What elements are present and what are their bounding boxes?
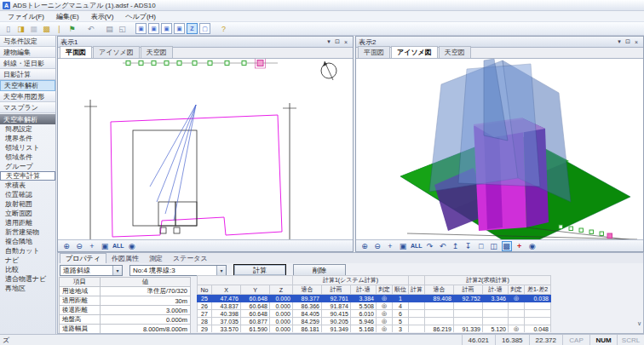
property-row[interactable]: 適用距離30m [60, 296, 191, 306]
zoom-fit-icon[interactable]: ▣ [100, 241, 110, 251]
print-icon[interactable]: ▤ [104, 23, 115, 34]
rotate-down-icon[interactable]: ↧ [463, 241, 474, 251]
sidebar-item-2[interactable]: 領域リスト [0, 143, 55, 152]
sidebar-mode-5[interactable]: 天空率用図形 [0, 91, 55, 102]
save-all-icon[interactable]: ▩ [41, 23, 52, 34]
pan-icon[interactable]: + [87, 241, 97, 251]
sidebar-item-4[interactable]: グループ [0, 162, 55, 171]
sidebar-item-11[interactable]: 新営建築物 [0, 227, 55, 237]
view2-tab-2[interactable]: 天空図 [439, 46, 471, 58]
view1-tab-2[interactable]: 天空図 [141, 46, 173, 58]
view2-canvas[interactable] [356, 59, 643, 239]
calc-row[interactable]: 2933.57061.5900.00086.18191.3495.168◎386… [198, 325, 551, 333]
pan-icon[interactable]: + [385, 241, 395, 251]
sidebar-item-16[interactable]: 適合物選ナビ [0, 274, 55, 284]
calc-row[interactable]: 2643.83760.6480.00086.36691.8745.508◎4 [198, 302, 551, 310]
view-extra-icon[interactable]: ▢ [199, 23, 210, 34]
calc-row[interactable]: 2837.03560.8770.00084.25990.2055.946◎5 [198, 318, 551, 325]
chevron-down-icon[interactable]: ▾ [112, 266, 122, 275]
view2-pin-icon[interactable]: ⊡ [624, 38, 632, 45]
sidebar-item-7[interactable]: 位置確認 [0, 190, 55, 199]
eye-view-icon[interactable]: ◉ [527, 241, 538, 251]
wireframe-view-icon[interactable]: □ [476, 241, 486, 251]
view1-menu-down-icon[interactable]: ▾ [325, 38, 333, 45]
property-row[interactable]: 道路幅員8.000m/8.000m [60, 325, 191, 334]
new-file-icon[interactable]: ▯ [3, 23, 14, 34]
info-icon[interactable]: ❘ [54, 23, 65, 34]
view-z-icon[interactable]: Z [187, 23, 198, 34]
sidebar-item-15[interactable]: 比較 [0, 265, 55, 274]
sidebar-mode-2[interactable]: 斜線・逆日影 [0, 58, 55, 69]
viewpoint-icon[interactable]: ◉ [127, 241, 137, 251]
menu-item-3[interactable]: ヘルプ(H) [119, 11, 162, 21]
view1-canvas[interactable] [58, 59, 353, 239]
view-iso-icon[interactable]: ▣ [161, 23, 172, 34]
property-row[interactable]: 用途地域準住居/70/320 [60, 287, 191, 296]
move-model-icon[interactable]: + [515, 241, 525, 251]
sidebar-item-8[interactable]: 放射範囲 [0, 199, 55, 209]
zoom-in-icon[interactable]: ⊕ [61, 241, 72, 251]
zoom-in-icon[interactable]: ⊕ [359, 241, 370, 251]
sidebar-item-12[interactable]: 複合隣地 [0, 237, 55, 246]
sidebar-item-10[interactable]: 適用距離 [0, 218, 55, 227]
scroll-down-icon[interactable]: ∨ [637, 320, 641, 327]
sidebar-mode-3[interactable]: 日影計算 [0, 69, 55, 80]
delete-button[interactable]: 削除 [293, 264, 346, 276]
chevron-down-icon[interactable]: ▾ [216, 266, 226, 275]
view2-tab-0[interactable]: 平面図 [358, 46, 390, 58]
menu-item-1[interactable]: 編集(E) [50, 11, 85, 21]
sidebar-item-14[interactable]: ナビ [0, 256, 55, 265]
sidebar-item-6[interactable]: 求積表 [0, 181, 55, 190]
help-icon[interactable]: ? [218, 23, 229, 34]
property-tab-0[interactable]: プロパティ [60, 253, 106, 263]
save-icon[interactable]: ▦ [28, 23, 39, 34]
sidebar-item-5[interactable]: 天空率計算 [0, 171, 55, 181]
shaded-view-icon[interactable]: ▩ [502, 241, 512, 251]
property-tab-2[interactable]: 測定 [144, 253, 168, 263]
sidebar-item-3[interactable]: 領域条件 [0, 152, 55, 162]
property-row[interactable]: 後退距離3.000m [60, 306, 191, 315]
view-section-icon[interactable]: ▣ [148, 23, 159, 34]
sidebar-mode-6[interactable]: マスプラン [0, 102, 55, 113]
zoom-all-button[interactable]: ALL [112, 241, 124, 251]
menu-item-0[interactable]: ファイル(F) [2, 11, 50, 21]
flag-icon[interactable]: ⚑ [66, 23, 78, 34]
view2-tab-1[interactable]: アイソメ図 [391, 46, 438, 58]
open-file-icon[interactable]: ◨ [15, 23, 26, 34]
sidebar-mode-4[interactable]: 天空率解析 [0, 80, 55, 91]
calc-row[interactable]: 2547.47660.6480.00089.37792.7613.384◎189… [198, 295, 551, 302]
view1-pin-icon[interactable]: ⊡ [333, 38, 342, 45]
hidden-line-view-icon[interactable]: ◫ [489, 241, 499, 251]
sidebar-item-17[interactable]: 再地区 [0, 284, 55, 293]
undo-icon[interactable]: ↶ [85, 23, 96, 34]
sidebar-mode-0[interactable]: 与条件設定 [0, 36, 55, 47]
view1-close-icon[interactable]: × [342, 39, 350, 45]
sidebar-item-13[interactable]: 自動カット [0, 246, 55, 256]
slope-type-combo[interactable]: 道路斜線▾ [60, 265, 123, 276]
view1-tab-0[interactable]: 平面図 [60, 46, 92, 58]
rotate-left-icon[interactable]: ↶ [438, 241, 448, 251]
zoom-out-icon[interactable]: ⊖ [74, 241, 84, 251]
sidebar-item-1[interactable]: 境界条件 [0, 134, 55, 143]
property-tab-3[interactable]: ステータス [168, 253, 213, 263]
menu-item-2[interactable]: 表示(V) [85, 11, 120, 21]
boundary-combo[interactable]: No:4 境界線:3▾ [129, 265, 227, 276]
view-plan-icon[interactable]: ▣ [135, 23, 147, 34]
zoom-all-button[interactable]: ALL [411, 241, 423, 251]
rotate-up-icon[interactable]: ↥ [451, 241, 461, 251]
sidebar-mode-1[interactable]: 建物編集 [0, 47, 55, 58]
zoom-fit-icon[interactable]: ▣ [398, 241, 408, 251]
property-row[interactable]: 地盤高0.000m [60, 315, 191, 325]
rotate-right-icon[interactable]: ↷ [425, 241, 435, 251]
view2-close-icon[interactable]: × [632, 39, 641, 45]
view2-menu-down-icon[interactable]: ▾ [615, 38, 624, 45]
calc-button[interactable]: 計算 [233, 264, 286, 276]
view-sky-icon[interactable]: ▣ [174, 23, 185, 34]
sidebar-item-9[interactable]: 立断面図 [0, 209, 55, 218]
zoom-out-icon[interactable]: ⊖ [372, 241, 382, 251]
view1-tab-1[interactable]: アイソメ図 [93, 46, 140, 58]
calc-row[interactable]: 2740.39860.6480.00084.40590.4156.010◎6 [198, 310, 551, 318]
sidebar-item-0[interactable]: 簡易設定 [0, 124, 55, 134]
print-preview-icon[interactable]: ◱ [117, 23, 128, 34]
property-tab-1[interactable]: 作図属性 [106, 253, 144, 263]
